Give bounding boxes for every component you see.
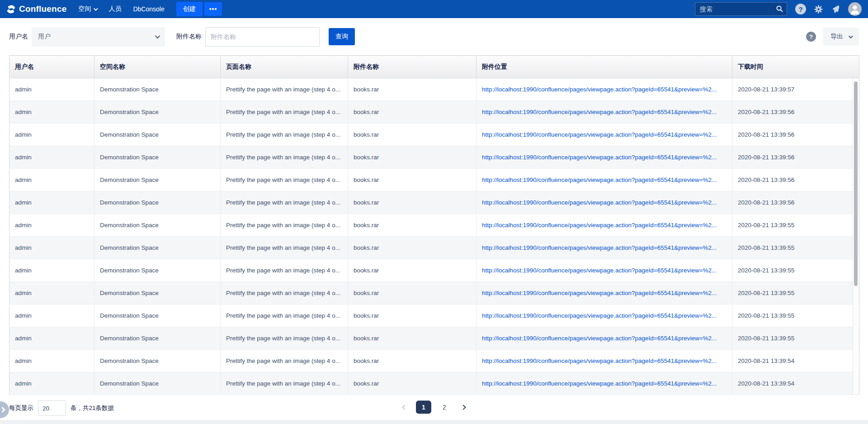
cell-page-name: Prettify the page with an image (step 4 … xyxy=(221,327,348,350)
cell-username: admin xyxy=(9,237,94,259)
next-page-button[interactable] xyxy=(458,401,469,413)
cell-attachment-location: http://localhost:1990/confluence/pages/v… xyxy=(476,214,732,237)
attachment-url-link[interactable]: http://localhost:1990/confluence/pages/v… xyxy=(482,154,717,161)
scrollbar-thumb[interactable] xyxy=(854,81,858,286)
page-button-2[interactable]: 2 xyxy=(437,400,452,414)
attachment-url-link[interactable]: http://localhost:1990/confluence/pages/v… xyxy=(482,222,717,229)
cell-username: admin xyxy=(9,146,94,169)
cell-attachment-location: http://localhost:1990/confluence/pages/v… xyxy=(476,124,732,146)
cell-space-name: Demonstration Space xyxy=(94,214,221,237)
col-header-location: 附件位置 xyxy=(476,56,732,78)
nav-item-spaces-label: 空间 xyxy=(78,5,91,13)
username-select-value: 用户 xyxy=(38,33,51,41)
cell-page-name: Prettify the page with an image (step 4 … xyxy=(221,169,348,191)
cell-page-name: Prettify the page with an image (step 4 … xyxy=(221,259,348,282)
per-page-input[interactable] xyxy=(38,400,66,416)
cell-attachment-location: http://localhost:1990/confluence/pages/v… xyxy=(476,327,732,350)
query-button[interactable]: 查询 xyxy=(329,28,355,45)
cell-attachment-name: books.rar xyxy=(348,327,476,350)
chevron-down-icon xyxy=(849,34,853,38)
previous-page-button[interactable] xyxy=(399,401,410,413)
attachment-name-input[interactable] xyxy=(205,27,320,47)
nav-item-people[interactable]: 人员 xyxy=(108,5,121,13)
navbar-search xyxy=(695,2,787,16)
attachment-url-link[interactable]: http://localhost:1990/confluence/pages/v… xyxy=(482,86,717,93)
cell-username: admin xyxy=(9,124,94,146)
attachment-url-link[interactable]: http://localhost:1990/confluence/pages/v… xyxy=(482,109,717,115)
pagination: 1 2 xyxy=(399,400,469,414)
col-header-page: 页面名称 xyxy=(221,56,348,78)
username-select[interactable]: 用户 xyxy=(32,27,165,47)
col-header-file: 附件名称 xyxy=(348,56,476,78)
cell-page-name: Prettify the page with an image (step 4 … xyxy=(221,146,348,169)
attachment-url-link[interactable]: http://localhost:1990/confluence/pages/v… xyxy=(482,335,717,342)
table-vertical-scrollbar[interactable] xyxy=(853,78,859,394)
nav-item-dbconsole-label: DbConsole xyxy=(133,5,164,13)
cell-download-time: 2020-08-21 13:39:55 xyxy=(732,305,859,327)
col-header-time: 下载时间 xyxy=(732,56,859,78)
cell-page-name: Prettify the page with an image (step 4 … xyxy=(221,101,348,124)
bottom-scrollbar-strip[interactable] xyxy=(0,420,868,424)
download-log-table: 用户名 空间名称 页面名称 附件名称 附件位置 下载时间 admin Demon… xyxy=(9,55,859,395)
cell-download-time: 2020-08-21 13:39:56 xyxy=(732,101,859,124)
confluence-logo[interactable]: Confluence xyxy=(6,4,66,14)
nav-item-people-label: 人员 xyxy=(108,5,121,13)
cell-attachment-name: books.rar xyxy=(348,372,476,395)
cell-space-name: Demonstration Space xyxy=(94,305,221,327)
cell-download-time: 2020-08-21 13:39:55 xyxy=(732,259,859,282)
cell-attachment-location: http://localhost:1990/confluence/pages/v… xyxy=(476,146,732,169)
cell-page-name: Prettify the page with an image (step 4 … xyxy=(221,282,348,305)
attachment-url-link[interactable]: http://localhost:1990/confluence/pages/v… xyxy=(482,357,717,364)
cell-space-name: Demonstration Space xyxy=(94,124,221,146)
page-button-1[interactable]: 1 xyxy=(416,400,431,414)
cell-username: admin xyxy=(9,259,94,282)
table-row: admin Demonstration Space Prettify the p… xyxy=(9,191,859,214)
help-icon[interactable]: ? xyxy=(806,32,816,42)
cell-attachment-location: http://localhost:1990/confluence/pages/v… xyxy=(476,169,732,191)
cell-attachment-location: http://localhost:1990/confluence/pages/v… xyxy=(476,78,732,101)
cell-username: admin xyxy=(9,78,94,101)
create-button[interactable]: 创建 xyxy=(176,2,203,16)
cell-attachment-location: http://localhost:1990/confluence/pages/v… xyxy=(476,372,732,395)
more-menu-button[interactable]: ••• xyxy=(204,2,222,16)
cell-download-time: 2020-08-21 13:39:55 xyxy=(732,282,859,305)
cell-download-time: 2020-08-21 13:39:54 xyxy=(732,350,859,372)
username-filter-label: 用户名 xyxy=(9,33,28,41)
attachment-url-link[interactable]: http://localhost:1990/confluence/pages/v… xyxy=(482,176,717,183)
cell-space-name: Demonstration Space xyxy=(94,372,221,395)
cell-username: admin xyxy=(9,305,94,327)
cell-space-name: Demonstration Space xyxy=(94,169,221,191)
cell-username: admin xyxy=(9,327,94,350)
user-avatar[interactable] xyxy=(848,2,862,16)
attachment-url-link[interactable]: http://localhost:1990/confluence/pages/v… xyxy=(482,312,717,319)
chevron-down-icon xyxy=(94,6,98,11)
attachment-url-link[interactable]: http://localhost:1990/confluence/pages/v… xyxy=(482,199,717,206)
cell-username: admin xyxy=(9,372,94,395)
nav-item-spaces[interactable]: 空间 xyxy=(78,5,97,13)
cell-username: admin xyxy=(9,282,94,305)
attachment-url-link[interactable]: http://localhost:1990/confluence/pages/v… xyxy=(482,290,717,296)
cell-download-time: 2020-08-21 13:39:56 xyxy=(732,191,859,214)
cell-space-name: Demonstration Space xyxy=(94,146,221,169)
cell-download-time: 2020-08-21 13:39:55 xyxy=(732,214,859,237)
search-icon[interactable] xyxy=(776,5,783,13)
cell-download-time: 2020-08-21 13:39:55 xyxy=(732,237,859,259)
cell-download-time: 2020-08-21 13:39:56 xyxy=(732,169,859,191)
export-button[interactable]: 导出 xyxy=(823,28,859,46)
cell-attachment-location: http://localhost:1990/confluence/pages/v… xyxy=(476,191,732,214)
cell-attachment-name: books.rar xyxy=(348,78,476,101)
logo-text: Confluence xyxy=(19,4,66,14)
per-page-suffix-label: 条，共21条数据 xyxy=(71,404,114,412)
nav-item-dbconsole[interactable]: DbConsole xyxy=(133,5,164,13)
help-icon[interactable]: ? xyxy=(795,4,806,14)
attachment-url-link[interactable]: http://localhost:1990/confluence/pages/v… xyxy=(482,244,717,251)
notifications-megaphone-icon[interactable] xyxy=(830,4,841,14)
gear-icon[interactable] xyxy=(813,4,824,14)
cell-download-time: 2020-08-21 13:39:57 xyxy=(732,78,859,101)
attachment-url-link[interactable]: http://localhost:1990/confluence/pages/v… xyxy=(482,131,717,138)
search-input[interactable] xyxy=(695,2,787,16)
attachment-url-link[interactable]: http://localhost:1990/confluence/pages/v… xyxy=(482,267,717,274)
cell-download-time: 2020-08-21 13:39:56 xyxy=(732,124,859,146)
attachment-url-link[interactable]: http://localhost:1990/confluence/pages/v… xyxy=(482,380,717,387)
top-navbar: Confluence 空间 人员 DbConsole 创建 ••• ? xyxy=(0,0,868,18)
